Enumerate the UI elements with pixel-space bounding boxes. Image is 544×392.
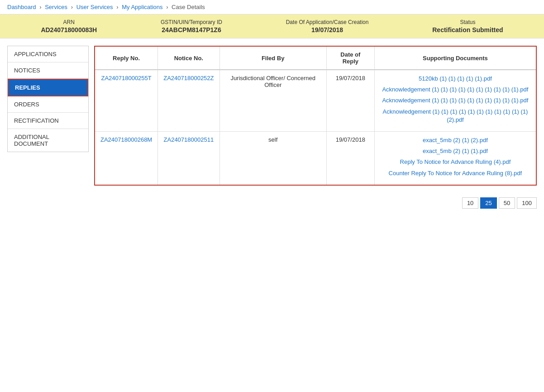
notice-no-link-2[interactable]: ZA2407180002511	[164, 136, 214, 143]
breadcrumb-services[interactable]: Services	[45, 4, 67, 10]
date-reply-1: 19/07/2018	[326, 70, 374, 131]
arn-value: AD240718000083H	[41, 26, 97, 33]
col-filed-by: Filed By	[220, 47, 326, 70]
filed-by-2: self	[220, 131, 326, 184]
table-row: ZA240718000268M ZA2407180002511 self 19/…	[95, 131, 536, 184]
status-label: Status	[432, 19, 503, 25]
replies-table: Reply No. Notice No. Filed By Date of Re…	[95, 47, 536, 185]
sidebar-item-notices[interactable]: NOTICES	[8, 62, 88, 79]
reply-no-1: ZA240718000255T	[95, 70, 158, 131]
breadcrumb-my-applications[interactable]: My Applications	[122, 4, 162, 10]
date-reply-2: 19/07/2018	[326, 131, 374, 184]
doc-link-2-3[interactable]: Counter Reply To Notice for Advance Ruli…	[380, 169, 530, 177]
notice-no-1: ZA240718000252Z	[158, 70, 220, 131]
filed-by-1: Jurisdictional Officer/ Concerned Office…	[220, 70, 326, 131]
header-status: Status Rectification Submitted	[432, 19, 503, 33]
docs-cell-2: exact_5mb (2) (1) (2).pdf exact_5mb (2) …	[374, 131, 536, 184]
sidebar-item-rectification[interactable]: RECTIFICATION	[8, 113, 88, 129]
page-btn-50[interactable]: 50	[499, 197, 515, 209]
doc-link-2-1[interactable]: exact_5mb (2) (1) (1).pdf	[380, 147, 530, 155]
main-layout: APPLICATIONS NOTICES REPLIES ORDERS RECT…	[0, 38, 544, 193]
breadcrumb-dashboard[interactable]: Dashboard	[7, 4, 36, 10]
doc-link-1-0[interactable]: 5120kb (1) (1) (1) (1) (1).pdf	[380, 75, 530, 83]
sidebar: APPLICATIONS NOTICES REPLIES ORDERS RECT…	[7, 46, 89, 152]
doc-link-1-1[interactable]: Acknowledgement (1) (1) (1) (1) (1) (1) …	[380, 86, 530, 94]
breadcrumb-user-services[interactable]: User Services	[76, 4, 113, 10]
status-value: Rectification Submitted	[432, 26, 503, 33]
breadcrumb: Dashboard › Services › User Services › M…	[0, 0, 544, 14]
breadcrumb-case-details: Case Details	[172, 4, 205, 10]
sep2: ›	[71, 4, 73, 10]
table-row: ZA240718000255T ZA240718000252Z Jurisdic…	[95, 70, 536, 131]
date-value: 19/07/2018	[286, 26, 369, 33]
reply-no-link-2[interactable]: ZA240718000268M	[100, 136, 152, 143]
col-notice-no: Notice No.	[158, 47, 220, 70]
sidebar-item-orders[interactable]: ORDERS	[8, 96, 88, 113]
notice-no-link-1[interactable]: ZA240718000252Z	[163, 75, 214, 81]
pagination: 10 25 50 100	[0, 193, 544, 213]
header-bar: ARN AD240718000083H GSTIN/UIN/Temporary …	[0, 14, 544, 38]
notice-no-2: ZA2407180002511	[158, 131, 220, 184]
sidebar-item-applications[interactable]: APPLICATIONS	[8, 46, 88, 62]
reply-no-link-1[interactable]: ZA240718000255T	[101, 75, 151, 81]
header-gstin: GSTIN/UIN/Temporary ID 24ABCPM8147P1Z6	[161, 19, 222, 33]
sep3: ›	[116, 4, 118, 10]
docs-cell-1: 5120kb (1) (1) (1) (1) (1).pdf Acknowled…	[374, 70, 536, 131]
page-btn-10[interactable]: 10	[462, 197, 478, 209]
doc-link-2-0[interactable]: exact_5mb (2) (1) (2).pdf	[380, 136, 530, 144]
reply-no-2: ZA240718000268M	[95, 131, 158, 184]
header-date: Date Of Application/Case Creation 19/07/…	[286, 19, 369, 33]
page-btn-25[interactable]: 25	[480, 197, 496, 209]
arn-label: ARN	[41, 19, 97, 25]
table-container: Reply No. Notice No. Filed By Date of Re…	[94, 46, 537, 186]
col-date-of-reply: Date of Reply	[326, 47, 374, 70]
header-arn: ARN AD240718000083H	[41, 19, 97, 33]
gstin-value: 24ABCPM8147P1Z6	[161, 26, 222, 33]
gstin-label: GSTIN/UIN/Temporary ID	[161, 19, 222, 25]
doc-link-1-2[interactable]: Acknowledgement (1) (1) (1) (1) (1) (1) …	[380, 96, 530, 105]
sidebar-item-replies[interactable]: REPLIES	[8, 79, 88, 96]
table-header-row: Reply No. Notice No. Filed By Date of Re…	[95, 47, 536, 70]
doc-link-1-3[interactable]: Acknowledgement (1) (1) (1) (1) (1) (1) …	[380, 108, 530, 124]
col-supporting-docs: Supporting Documents	[374, 47, 536, 70]
sep4: ›	[166, 4, 168, 10]
date-label: Date Of Application/Case Creation	[286, 19, 369, 25]
page-btn-100[interactable]: 100	[517, 197, 537, 209]
sep1: ›	[39, 4, 41, 10]
doc-link-2-2[interactable]: Reply To Notice for Advance Ruling (4).p…	[380, 158, 530, 166]
col-reply-no: Reply No.	[95, 47, 158, 70]
sidebar-item-additional-document[interactable]: ADDITIONAL DOCUMENT	[8, 129, 88, 152]
